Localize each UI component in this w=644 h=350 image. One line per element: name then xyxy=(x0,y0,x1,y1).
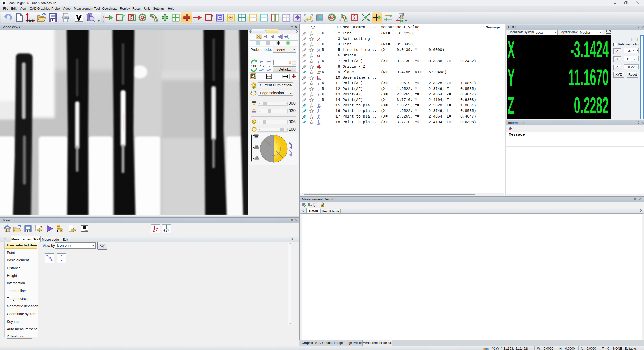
svg-text:XY: XY xyxy=(164,230,167,232)
svg-text:TYXB=ZA: TYXB=ZA xyxy=(399,13,404,15)
svg-text:111121: 111121 xyxy=(82,230,88,231)
svg-text:Auto: Auto xyxy=(57,230,63,233)
svg-text:BUXTA: BUXTA xyxy=(400,17,404,19)
svg-text:100%: 100% xyxy=(267,75,271,78)
